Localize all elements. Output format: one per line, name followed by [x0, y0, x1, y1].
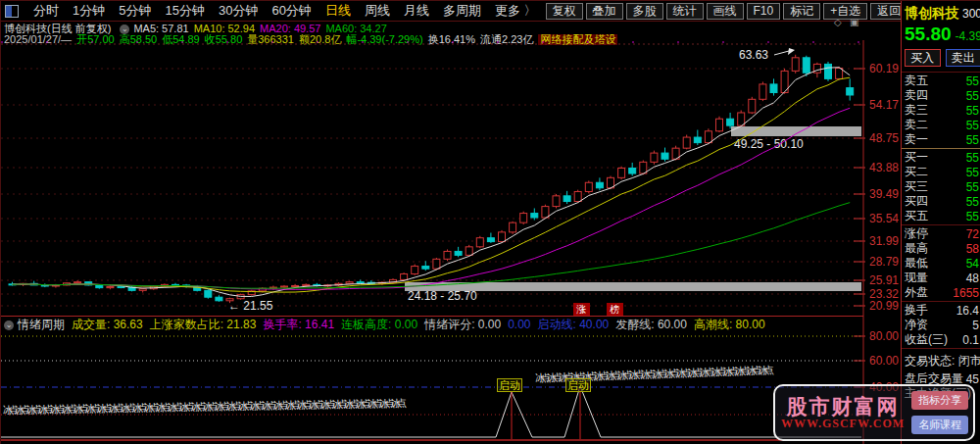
row-value: 5	[972, 319, 979, 332]
order-book: 卖五55卖四55卖三55卖二55卖一55买一55买二55买三55买四55买五55	[902, 74, 980, 223]
ask-row[interactable]: 卖二55	[902, 118, 980, 132]
timeframe-tabs: 分时1分钟5分钟15分钟30分钟60分钟日线周线月线多周期更多 〉	[26, 2, 544, 20]
ask-row[interactable]: 卖四55	[902, 88, 980, 103]
toolbar-button-复权[interactable]: 复权	[546, 3, 583, 20]
stat-row[interactable]: 涨停72	[902, 226, 980, 241]
row-label: 现量	[905, 271, 928, 285]
toolbar-button-叠加[interactable]: 叠加	[586, 3, 623, 20]
price-change: -4.39	[956, 29, 980, 43]
tab-5分钟[interactable]: 5分钟	[112, 2, 158, 20]
tab-多周期[interactable]: 多周期	[436, 2, 488, 20]
svg-text:80.00: 80.00	[869, 329, 899, 343]
main-candlestick-chart[interactable]: 60.1954.1748.7543.8839.4935.5431.9928.79…	[1, 40, 901, 316]
collapse-icon[interactable]: ⌄	[120, 25, 129, 34]
row-value: 55	[966, 74, 979, 88]
watermark-buttons: 指标分享名师课程	[911, 391, 968, 434]
toolbar-button-F10[interactable]: F10	[747, 3, 781, 20]
tab-分时[interactable]: 分时	[26, 2, 66, 20]
tab-15分钟[interactable]: 15分钟	[158, 2, 211, 20]
diamond-icon[interactable]: ◇	[834, 18, 842, 27]
svg-text:35.54: 35.54	[869, 212, 899, 225]
row-value: 72	[966, 227, 979, 241]
stat-row[interactable]: 外盘1655	[902, 285, 980, 300]
toolbar-button-多股[interactable]: 多股	[626, 3, 663, 20]
svg-text:25.91: 25.91	[869, 273, 899, 287]
row-label: 买三	[905, 179, 928, 194]
row-value: 55	[966, 180, 979, 194]
bid-row[interactable]: 买四55	[902, 194, 980, 209]
indicator-field: 连板高度: 0.00	[341, 318, 417, 331]
stat-row[interactable]: 净资5	[902, 318, 980, 332]
panel-price-row: 55.80-4.39	[902, 23, 980, 47]
svg-text:39.49: 39.49	[869, 187, 899, 201]
row-label: 最低	[905, 256, 928, 271]
row-label: 卖四	[905, 88, 928, 103]
stat-row[interactable]: 换手16.4	[902, 303, 980, 318]
svg-text:20.99: 20.99	[869, 299, 899, 313]
svg-text:43.88: 43.88	[869, 161, 899, 174]
ask-row[interactable]: 卖三55	[902, 103, 980, 118]
row-label: 买五	[905, 209, 928, 223]
stock-name: 博创科技	[905, 5, 959, 21]
tab-周线[interactable]: 周线	[358, 2, 397, 20]
toolbar-button-统计[interactable]: 统计	[666, 3, 704, 20]
toolbar: 分时1分钟5分钟15分钟30分钟60分钟日线周线月线多周期更多 〉 复权叠加多股…	[1, 1, 901, 22]
row-label: 买二	[905, 165, 928, 179]
tab-更多 〉[interactable]: 更多 〉	[488, 2, 544, 20]
tab-月线[interactable]: 月线	[397, 2, 436, 20]
last-price: 55.80	[905, 24, 952, 44]
row-label: 换手	[905, 303, 928, 318]
indicator-field: 0.00	[508, 318, 530, 331]
row-value: 55	[966, 195, 979, 209]
indicator-collapse-icon[interactable]: ⌄	[4, 321, 14, 330]
indicator-field: 换手率: 16.41	[263, 318, 334, 331]
row-value: 55	[966, 210, 979, 223]
tab-1分钟[interactable]: 1分钟	[66, 2, 112, 20]
row-label: 卖五	[905, 74, 928, 88]
svg-text:60.00: 60.00	[869, 354, 899, 368]
row-value: 16.4	[956, 304, 979, 318]
book-divider	[902, 148, 980, 149]
stat-row[interactable]: 收益(三)0.1	[902, 332, 980, 347]
sell-button[interactable]: 卖出	[946, 49, 980, 67]
panel-toggle-icon[interactable]: ▣	[850, 18, 858, 27]
ask-row[interactable]: 卖一55	[902, 132, 980, 147]
panel-stats: 涨停72最高58最低54现量48外盘1655	[902, 226, 980, 300]
info-item: MA60: 34.27	[325, 24, 386, 34]
bid-row[interactable]: 买五55	[902, 209, 980, 223]
indicator-field: 情绪评分: 0.00	[424, 318, 501, 331]
row-label: 最高	[905, 241, 928, 256]
bid-row[interactable]: 买一55	[902, 150, 980, 165]
tab-60分钟[interactable]: 60分钟	[265, 2, 318, 20]
svg-text:48.75: 48.75	[869, 131, 899, 145]
watermark-banner: 股市财富网 WWW.GSCFW.COM 指标分享名师课程	[773, 384, 975, 441]
row-value: 55	[966, 166, 979, 179]
bid-row[interactable]: 买二55	[902, 165, 980, 179]
stat-row[interactable]: 最高58	[902, 241, 980, 256]
stock-info-line: 博创科技(日线 前复权)⌄MA5: 57.81MA10: 52.94MA20: …	[4, 24, 857, 34]
indicator-field: 启动线: 40.00	[538, 318, 610, 331]
toolbar-button-画线[interactable]: 画线	[707, 3, 744, 20]
stat-row[interactable]: 现量48	[902, 271, 980, 285]
toolbar-button-+自选[interactable]: +自选	[823, 3, 867, 20]
row-label: 卖三	[905, 103, 928, 118]
window-layout-icon[interactable]	[5, 5, 19, 18]
sentiment-indicator-chart[interactable]: 80.0060.0040.00	[1, 316, 901, 444]
watermark-button-名师课程[interactable]: 名师课程	[911, 416, 968, 434]
info-item: MA10: 52.94	[194, 24, 255, 34]
tab-30分钟[interactable]: 30分钟	[212, 2, 265, 20]
buy-button[interactable]: 买入	[905, 49, 941, 67]
row-label: 买一	[905, 150, 928, 165]
trading-status: 交易状态: 闭市	[902, 350, 980, 371]
stat-row[interactable]: 最低54	[902, 256, 980, 271]
launch-tag: 启动	[565, 378, 591, 392]
tab-日线[interactable]: 日线	[318, 2, 358, 20]
row-value: 0.1	[962, 333, 979, 347]
ask-row[interactable]: 卖五55	[902, 74, 980, 88]
watermark-button-指标分享[interactable]: 指标分享	[911, 391, 968, 410]
row-value: 58	[966, 242, 979, 256]
watermark-url: WWW.GSCFW.COM	[781, 418, 905, 430]
indicator-field: 高潮线: 80.00	[694, 318, 765, 331]
bid-row[interactable]: 买三55	[902, 179, 980, 194]
toolbar-button-标记[interactable]: 标记	[783, 3, 820, 20]
